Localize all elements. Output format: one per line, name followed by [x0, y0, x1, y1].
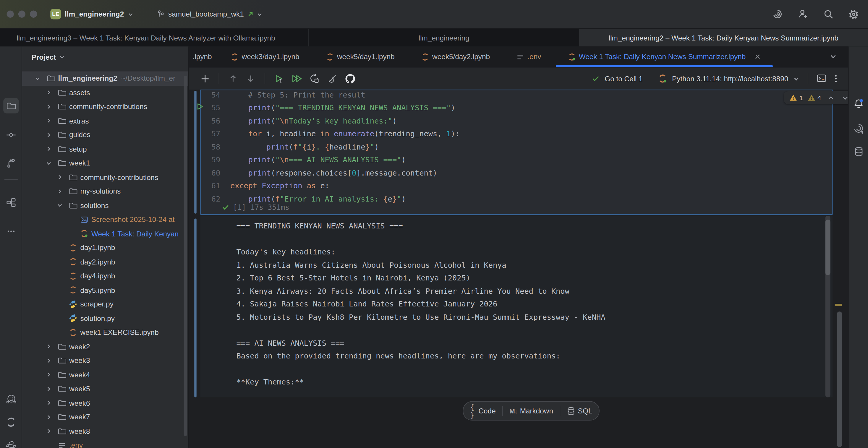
chevron-down-icon[interactable] — [793, 76, 799, 82]
project-widget[interactable]: LE llm_engineering2 — [50, 9, 133, 20]
github-icon[interactable] — [343, 72, 356, 85]
tree-row-week3[interactable]: week3 — [22, 353, 189, 367]
minimize-window-icon[interactable] — [18, 11, 25, 18]
more-tools-icon[interactable] — [3, 223, 19, 239]
hugging-face-tool-icon[interactable] — [3, 391, 19, 407]
tree-row-week8[interactable]: week8 — [22, 424, 189, 438]
clear-outputs-icon[interactable] — [326, 72, 339, 85]
editor-tab[interactable]: week5/day1.ipynb — [313, 46, 408, 67]
project-panel-scrollbar[interactable] — [184, 76, 187, 436]
tree-row-week7[interactable]: week7 — [22, 410, 189, 424]
output-scrollbar-thumb[interactable] — [826, 220, 831, 275]
move-cell-down-icon[interactable] — [244, 72, 257, 85]
editor-tab[interactable]: .ipynb — [189, 46, 218, 67]
chevron-right-icon[interactable] — [46, 104, 52, 109]
chevron-right-icon[interactable] — [57, 189, 63, 194]
structure-tool-icon[interactable] — [3, 195, 19, 210]
add-code-cell-button[interactable]: { }Code — [463, 402, 502, 420]
chevron-right-icon[interactable] — [46, 372, 52, 378]
restart-kernel-icon[interactable] — [308, 72, 321, 85]
tree-row-community-contributions[interactable]: community-contributions — [22, 170, 189, 184]
chevron-right-icon[interactable] — [57, 174, 63, 180]
notifications-bell-icon[interactable] — [852, 98, 865, 111]
chevron-right-icon[interactable] — [46, 132, 52, 138]
project-tool-icon[interactable] — [3, 98, 19, 113]
editor-scrollbar-thumb[interactable] — [837, 312, 842, 447]
chevron-down-icon[interactable] — [57, 203, 63, 209]
tree-row-extras[interactable]: extras — [22, 114, 189, 128]
inspections-widget[interactable]: 14 — [784, 91, 855, 104]
tree-row-day1-ipynb[interactable]: day1.ipynb — [22, 241, 189, 255]
ai-chat-tool-icon[interactable] — [852, 122, 865, 135]
project-panel-header[interactable]: Project — [22, 46, 188, 67]
go-to-cell-label[interactable]: Go to Cell 1 — [604, 74, 643, 83]
code-cell[interactable]: 54 # Step 5: Print the result55 print("=… — [200, 90, 833, 215]
tab-list-chevron-icon[interactable] — [829, 53, 837, 60]
add-markdown-cell-button[interactable]: M↓Markdown — [503, 402, 560, 420]
tree-row-week-1-task-daily-kenyan[interactable]: Week 1 Task: Daily Kenyan — [22, 227, 189, 241]
tree-row-assets[interactable]: assets — [22, 86, 189, 100]
tree-row-week6[interactable]: week6 — [22, 396, 189, 410]
interpreter-label[interactable]: Python 3.11.14: http://localhost:8890 — [672, 74, 788, 83]
chevron-down-icon[interactable] — [35, 76, 40, 81]
tree-row-day4-ipynb[interactable]: day4.ipynb — [22, 269, 189, 283]
tree-row-week4[interactable]: week4 — [22, 367, 189, 382]
tree-row-day2-ipynb[interactable]: day2.ipynb — [22, 255, 189, 269]
branch-widget[interactable]: samuel_bootcamp_wk1 — [157, 10, 262, 18]
jupyter-console-icon[interactable] — [816, 73, 827, 84]
tree-row-scraper-py[interactable]: scraper.py — [22, 297, 189, 312]
tree-row-my-solutions[interactable]: my-solutions — [22, 184, 189, 199]
tree-row-solutions[interactable]: solutions — [22, 198, 189, 213]
code-with-me-icon[interactable] — [796, 7, 809, 21]
chevron-right-icon[interactable] — [46, 414, 52, 420]
chevron-right-icon[interactable] — [46, 386, 52, 392]
more-options-icon[interactable] — [831, 74, 840, 83]
editor-tab[interactable]: week5/day2.ipynb — [408, 46, 503, 67]
editor-tab[interactable]: .env — [503, 46, 554, 67]
tree-row-solution-py[interactable]: solution.py — [22, 311, 189, 325]
tree-row-week1-exercise-ipynb[interactable]: week1 EXERCISE.ipynb — [22, 325, 189, 340]
run-all-cells-icon[interactable] — [290, 72, 303, 85]
chevron-right-icon[interactable] — [46, 400, 52, 406]
database-tool-icon[interactable] — [852, 145, 865, 158]
python-console-tool-icon[interactable] — [3, 438, 19, 448]
chevron-right-icon[interactable] — [46, 90, 52, 95]
settings-gear-icon[interactable] — [847, 7, 860, 21]
pull-requests-tool-icon[interactable] — [3, 155, 19, 171]
tree-row-guides[interactable]: guides — [22, 128, 189, 142]
chevron-right-icon[interactable] — [46, 428, 52, 434]
run-cell-icon[interactable] — [272, 72, 286, 85]
tree-row-llm-engineering2[interactable]: llm_engineering2~/Desktop/llm_er — [22, 71, 189, 86]
window-tab[interactable]: llm_engineering3 – Week 1 Task: Kenyan D… — [0, 29, 308, 46]
chevron-right-icon[interactable] — [46, 146, 52, 152]
warning-badge[interactable]: 4 — [807, 94, 821, 101]
close-window-icon[interactable] — [6, 11, 13, 18]
tree-row-week1[interactable]: week1 — [22, 156, 189, 170]
editor-tab[interactable]: Week 1 Task: Daily Kenyan News Summarize… — [554, 46, 774, 67]
prev-warning-icon[interactable] — [828, 94, 834, 101]
window-tab[interactable]: llm_engineering — [308, 29, 579, 46]
commit-tool-icon[interactable] — [3, 127, 19, 143]
chevron-right-icon[interactable] — [46, 118, 52, 124]
tree-row-week2[interactable]: week2 — [22, 340, 189, 354]
warning-stripe-marker[interactable] — [835, 304, 842, 306]
tree-row-day5-ipynb[interactable]: day5.ipynb — [22, 283, 189, 297]
chevron-down-icon[interactable] — [46, 160, 52, 166]
chevron-right-icon[interactable] — [46, 344, 52, 349]
window-tab[interactable]: llm_engineering2 – Week 1 Task: Daily Ke… — [579, 29, 868, 46]
warning-badge[interactable]: 1 — [789, 94, 803, 101]
run-line-marker-icon[interactable] — [197, 103, 204, 110]
ai-assistant-icon[interactable] — [770, 7, 784, 21]
tree-row-setup[interactable]: setup — [22, 142, 189, 156]
move-cell-up-icon[interactable] — [226, 72, 240, 85]
tree-row--env[interactable]: .env — [22, 438, 189, 448]
tree-row-week5[interactable]: week5 — [22, 382, 189, 396]
zoom-window-icon[interactable] — [30, 11, 37, 18]
add-sql-cell-button[interactable]: SQL — [560, 402, 599, 420]
tree-row-screenshot-2025-10-24-at[interactable]: Screenshot 2025-10-24 at — [22, 213, 189, 227]
window-controls[interactable] — [6, 11, 37, 18]
jupyter-tool-icon[interactable] — [3, 414, 19, 430]
tree-row-community-contributions[interactable]: community-contributions — [22, 100, 189, 114]
add-cell-icon[interactable] — [198, 72, 211, 85]
close-tab-icon[interactable] — [754, 54, 761, 60]
